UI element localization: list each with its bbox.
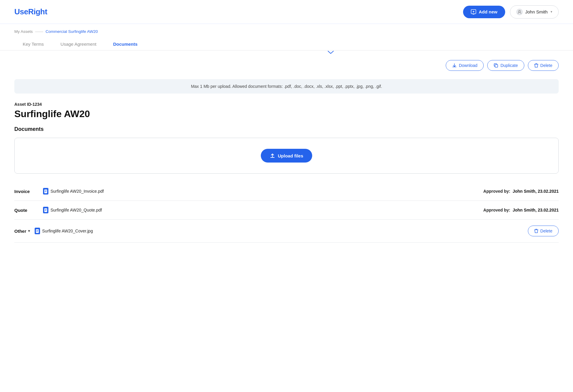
- upload-files-button[interactable]: Upload files: [261, 149, 312, 163]
- breadcrumb-my-assets[interactable]: My Assets: [14, 29, 33, 34]
- add-new-button[interactable]: Add new: [463, 6, 505, 18]
- doc-file-invoice[interactable]: Surfinglife AW20_Invoice.pdf: [43, 188, 104, 195]
- action-bar: Download Duplicate Delete: [0, 54, 573, 71]
- doc-type-invoice: Invoice: [14, 189, 38, 194]
- user-avatar-icon: [516, 9, 523, 15]
- doc-type-other-dropdown[interactable]: Other ▾: [14, 229, 30, 234]
- tab-key-terms[interactable]: Key Terms: [14, 39, 52, 50]
- subheader: My Assets —— Commercial Surfinglife AW20…: [0, 24, 573, 50]
- doc-left-invoice: Invoice Surfinglife AW20_Invoice.pdf: [14, 188, 104, 195]
- approved-invoice: Approved by: John Smith, 23.02.2021: [483, 189, 559, 194]
- logo: UseRight: [14, 7, 47, 16]
- tab-documents[interactable]: Documents: [105, 39, 146, 50]
- svg-point-5: [519, 10, 520, 12]
- duplicate-icon: [494, 63, 498, 68]
- doc-file-other[interactable]: Surfinglife AW20_Cover.jpg: [35, 228, 93, 234]
- doc-left-quote: Quote Surfinglife AW20_Quote.pdf: [14, 207, 102, 213]
- doc-right-other: Delete: [528, 226, 559, 236]
- other-chevron-icon: ▾: [28, 229, 30, 233]
- svg-rect-6: [495, 65, 498, 67]
- doc-right-quote: Approved by: John Smith, 23.02.2021: [483, 208, 559, 212]
- header-right: Add new John Smith ▾: [463, 5, 559, 19]
- doc-row-invoice: Invoice Surfinglife AW20_Invoice.pdf App…: [14, 182, 559, 201]
- user-menu-button[interactable]: John Smith ▾: [510, 5, 559, 19]
- breadcrumb-separator: ——: [35, 29, 43, 34]
- upload-area: Upload files: [14, 138, 559, 174]
- doc-right-invoice: Approved by: John Smith, 23.02.2021: [483, 189, 559, 194]
- delete-icon: [534, 63, 538, 68]
- tabs: Key Terms Usage Agreement Documents: [14, 39, 559, 50]
- delete-button-top[interactable]: Delete: [528, 60, 559, 71]
- asset-title: Surfinglife AW20: [14, 108, 559, 120]
- duplicate-button[interactable]: Duplicate: [487, 60, 524, 71]
- tab-active-indicator: [88, 50, 573, 54]
- add-new-icon: [471, 9, 476, 15]
- approved-quote: Approved by: John Smith, 23.02.2021: [483, 208, 559, 212]
- breadcrumb-current: Commercial Surfinglife AW20: [46, 29, 98, 34]
- info-bar: Max 1 Mb per upload. Allowed document fo…: [14, 79, 559, 94]
- delete-button-other[interactable]: Delete: [528, 226, 559, 236]
- user-chevron-icon: ▾: [551, 10, 552, 14]
- main-content: Asset ID-1234 Surfinglife AW20 Documents…: [0, 94, 573, 251]
- asset-id: Asset ID-1234: [14, 102, 559, 107]
- download-button[interactable]: Download: [446, 60, 484, 71]
- doc-type-quote: Quote: [14, 208, 38, 213]
- file-icon-quote: [43, 207, 48, 213]
- documents-section-title: Documents: [14, 126, 559, 132]
- delete-other-icon: [534, 229, 538, 233]
- upload-icon: [270, 153, 275, 158]
- header: UseRight Add new John Smith ▾: [0, 0, 573, 24]
- doc-left-other: Other ▾ Surfinglife AW20_Cover.jpg: [14, 228, 93, 234]
- tab-usage-agreement[interactable]: Usage Agreement: [52, 39, 105, 50]
- file-icon-invoice: [43, 188, 48, 195]
- doc-row-quote: Quote Surfinglife AW20_Quote.pdf Approve…: [14, 201, 559, 220]
- breadcrumb: My Assets —— Commercial Surfinglife AW20: [14, 29, 559, 34]
- file-icon-other: [35, 228, 40, 234]
- download-icon: [452, 63, 457, 68]
- doc-file-quote[interactable]: Surfinglife AW20_Quote.pdf: [43, 207, 102, 213]
- doc-row-other: Other ▾ Surfinglife AW20_Cover.jpg: [14, 220, 559, 243]
